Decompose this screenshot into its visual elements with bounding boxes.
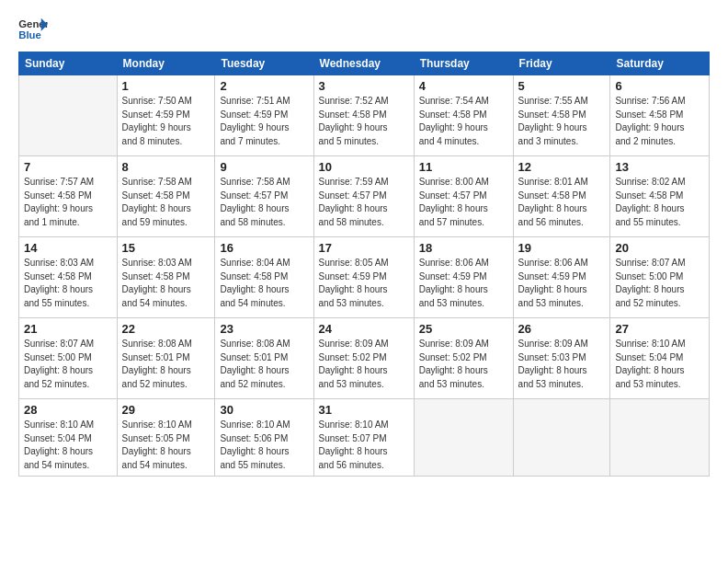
calendar-cell xyxy=(513,399,610,477)
calendar-cell: 8Sunrise: 7:58 AM Sunset: 4:58 PM Daylig… xyxy=(117,156,215,237)
calendar-cell: 6Sunrise: 7:56 AM Sunset: 4:58 PM Daylig… xyxy=(610,75,710,156)
day-number: 13 xyxy=(615,160,704,174)
day-number: 23 xyxy=(220,322,308,336)
calendar-cell: 9Sunrise: 7:58 AM Sunset: 4:57 PM Daylig… xyxy=(215,156,313,237)
calendar-cell: 4Sunrise: 7:54 AM Sunset: 4:58 PM Daylig… xyxy=(414,75,513,156)
day-info: Sunrise: 7:54 AM Sunset: 4:58 PM Dayligh… xyxy=(419,95,508,148)
weekday-header-saturday: Saturday xyxy=(610,52,710,75)
day-number: 12 xyxy=(518,160,606,174)
calendar-cell: 29Sunrise: 8:10 AM Sunset: 5:05 PM Dayli… xyxy=(117,399,215,477)
day-info: Sunrise: 8:10 AM Sunset: 5:07 PM Dayligh… xyxy=(319,419,409,472)
day-number: 30 xyxy=(220,403,308,417)
day-number: 19 xyxy=(518,241,606,255)
day-info: Sunrise: 8:07 AM Sunset: 5:00 PM Dayligh… xyxy=(24,338,112,391)
day-number: 17 xyxy=(319,241,409,255)
day-info: Sunrise: 8:04 AM Sunset: 4:58 PM Dayligh… xyxy=(220,257,308,310)
day-number: 5 xyxy=(518,79,606,93)
weekday-header-tuesday: Tuesday xyxy=(215,52,313,75)
day-number: 21 xyxy=(24,322,112,336)
day-info: Sunrise: 8:05 AM Sunset: 4:59 PM Dayligh… xyxy=(319,257,409,310)
calendar-cell: 25Sunrise: 8:09 AM Sunset: 5:02 PM Dayli… xyxy=(414,318,513,399)
calendar-cell: 13Sunrise: 8:02 AM Sunset: 4:58 PM Dayli… xyxy=(610,156,710,237)
header: General Blue xyxy=(18,17,710,42)
day-number: 16 xyxy=(220,241,308,255)
day-number: 22 xyxy=(122,322,210,336)
calendar-cell: 18Sunrise: 8:06 AM Sunset: 4:59 PM Dayli… xyxy=(414,237,513,318)
day-number: 18 xyxy=(419,241,508,255)
day-number: 7 xyxy=(24,160,112,174)
day-number: 15 xyxy=(122,241,210,255)
day-info: Sunrise: 8:02 AM Sunset: 4:58 PM Dayligh… xyxy=(615,176,704,229)
day-info: Sunrise: 7:52 AM Sunset: 4:58 PM Dayligh… xyxy=(319,95,409,148)
day-number: 8 xyxy=(122,160,210,174)
day-info: Sunrise: 8:03 AM Sunset: 4:58 PM Dayligh… xyxy=(122,257,210,310)
day-info: Sunrise: 8:03 AM Sunset: 4:58 PM Dayligh… xyxy=(24,257,112,310)
calendar-cell xyxy=(610,399,710,477)
week-row-3: 14Sunrise: 8:03 AM Sunset: 4:58 PM Dayli… xyxy=(19,237,710,318)
calendar-cell: 31Sunrise: 8:10 AM Sunset: 5:07 PM Dayli… xyxy=(313,399,414,477)
calendar-cell xyxy=(414,399,513,477)
day-number: 28 xyxy=(24,403,112,417)
day-number: 25 xyxy=(419,322,508,336)
weekday-header-friday: Friday xyxy=(513,52,610,75)
calendar-cell: 1Sunrise: 7:50 AM Sunset: 4:59 PM Daylig… xyxy=(117,75,215,156)
day-number: 3 xyxy=(319,79,409,93)
day-info: Sunrise: 8:08 AM Sunset: 5:01 PM Dayligh… xyxy=(122,338,210,391)
day-info: Sunrise: 7:58 AM Sunset: 4:57 PM Dayligh… xyxy=(220,176,308,229)
calendar-cell xyxy=(19,75,118,156)
calendar-cell: 10Sunrise: 7:59 AM Sunset: 4:57 PM Dayli… xyxy=(313,156,414,237)
day-number: 14 xyxy=(24,241,112,255)
day-info: Sunrise: 8:06 AM Sunset: 4:59 PM Dayligh… xyxy=(518,257,606,310)
calendar-cell: 26Sunrise: 8:09 AM Sunset: 5:03 PM Dayli… xyxy=(513,318,610,399)
day-number: 1 xyxy=(122,79,210,93)
week-row-4: 21Sunrise: 8:07 AM Sunset: 5:00 PM Dayli… xyxy=(19,318,710,399)
day-info: Sunrise: 8:10 AM Sunset: 5:04 PM Dayligh… xyxy=(24,419,112,472)
calendar-table: SundayMondayTuesdayWednesdayThursdayFrid… xyxy=(18,52,710,477)
calendar-cell: 5Sunrise: 7:55 AM Sunset: 4:58 PM Daylig… xyxy=(513,75,610,156)
day-info: Sunrise: 8:09 AM Sunset: 5:02 PM Dayligh… xyxy=(319,338,409,391)
weekday-header-thursday: Thursday xyxy=(414,52,513,75)
day-info: Sunrise: 7:57 AM Sunset: 4:58 PM Dayligh… xyxy=(24,176,112,229)
day-number: 2 xyxy=(220,79,308,93)
page: General Blue SundayMondayTuesdayWednesda… xyxy=(0,0,728,563)
day-info: Sunrise: 7:50 AM Sunset: 4:59 PM Dayligh… xyxy=(122,95,210,148)
calendar-cell: 12Sunrise: 8:01 AM Sunset: 4:58 PM Dayli… xyxy=(513,156,610,237)
day-info: Sunrise: 8:09 AM Sunset: 5:02 PM Dayligh… xyxy=(419,338,508,391)
calendar-cell: 23Sunrise: 8:08 AM Sunset: 5:01 PM Dayli… xyxy=(215,318,313,399)
weekday-header-sunday: Sunday xyxy=(19,52,118,75)
calendar-cell: 20Sunrise: 8:07 AM Sunset: 5:00 PM Dayli… xyxy=(610,237,710,318)
calendar-cell: 7Sunrise: 7:57 AM Sunset: 4:58 PM Daylig… xyxy=(19,156,118,237)
calendar-cell: 19Sunrise: 8:06 AM Sunset: 4:59 PM Dayli… xyxy=(513,237,610,318)
day-number: 27 xyxy=(615,322,704,336)
weekday-header-monday: Monday xyxy=(117,52,215,75)
day-number: 9 xyxy=(220,160,308,174)
day-number: 10 xyxy=(319,160,409,174)
week-row-2: 7Sunrise: 7:57 AM Sunset: 4:58 PM Daylig… xyxy=(19,156,710,237)
week-row-1: 1Sunrise: 7:50 AM Sunset: 4:59 PM Daylig… xyxy=(19,75,710,156)
day-number: 4 xyxy=(419,79,508,93)
svg-text:Blue: Blue xyxy=(18,29,41,40)
day-info: Sunrise: 8:08 AM Sunset: 5:01 PM Dayligh… xyxy=(220,338,308,391)
calendar-cell: 30Sunrise: 8:10 AM Sunset: 5:06 PM Dayli… xyxy=(215,399,313,477)
calendar-cell: 28Sunrise: 8:10 AM Sunset: 5:04 PM Dayli… xyxy=(19,399,118,477)
day-info: Sunrise: 7:59 AM Sunset: 4:57 PM Dayligh… xyxy=(319,176,409,229)
day-info: Sunrise: 8:01 AM Sunset: 4:58 PM Dayligh… xyxy=(518,176,606,229)
day-number: 29 xyxy=(122,403,210,417)
calendar-cell: 15Sunrise: 8:03 AM Sunset: 4:58 PM Dayli… xyxy=(117,237,215,318)
day-info: Sunrise: 7:56 AM Sunset: 4:58 PM Dayligh… xyxy=(615,95,704,148)
day-info: Sunrise: 8:06 AM Sunset: 4:59 PM Dayligh… xyxy=(419,257,508,310)
calendar-cell: 3Sunrise: 7:52 AM Sunset: 4:58 PM Daylig… xyxy=(313,75,414,156)
day-number: 31 xyxy=(319,403,409,417)
calendar-cell: 17Sunrise: 8:05 AM Sunset: 4:59 PM Dayli… xyxy=(313,237,414,318)
weekday-header-row: SundayMondayTuesdayWednesdayThursdayFrid… xyxy=(19,52,710,75)
day-number: 6 xyxy=(615,79,704,93)
calendar-cell: 11Sunrise: 8:00 AM Sunset: 4:57 PM Dayli… xyxy=(414,156,513,237)
calendar-cell: 24Sunrise: 8:09 AM Sunset: 5:02 PM Dayli… xyxy=(313,318,414,399)
calendar-cell: 14Sunrise: 8:03 AM Sunset: 4:58 PM Dayli… xyxy=(19,237,118,318)
calendar-cell: 27Sunrise: 8:10 AM Sunset: 5:04 PM Dayli… xyxy=(610,318,710,399)
logo: General Blue xyxy=(18,17,48,42)
calendar-cell: 16Sunrise: 8:04 AM Sunset: 4:58 PM Dayli… xyxy=(215,237,313,318)
day-number: 11 xyxy=(419,160,508,174)
day-info: Sunrise: 8:00 AM Sunset: 4:57 PM Dayligh… xyxy=(419,176,508,229)
day-number: 24 xyxy=(319,322,409,336)
